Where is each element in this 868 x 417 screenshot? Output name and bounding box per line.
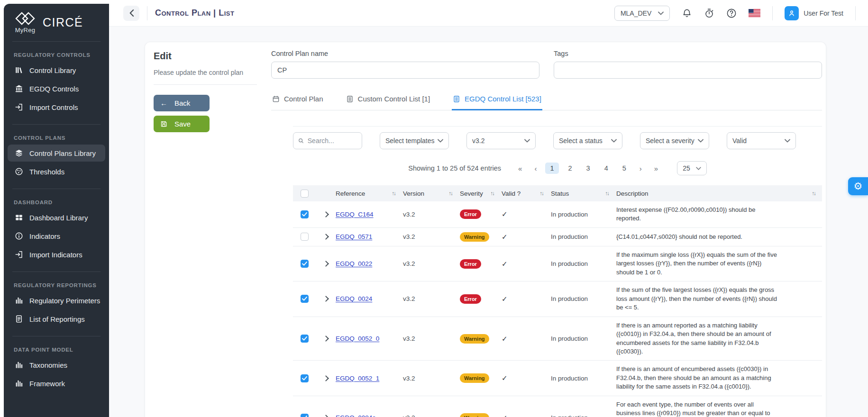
search-input[interactable] <box>308 137 357 145</box>
sidebar-item-import-indicators[interactable]: Import Indicators <box>8 246 105 263</box>
reference-link[interactable]: EGDQ_0024 <box>336 295 372 302</box>
tab-egdq-control-list-523[interactable]: EGDQ Control List [523] <box>452 93 542 110</box>
page-size-select[interactable]: 25 <box>677 161 707 175</box>
first-page-button[interactable]: « <box>514 163 526 174</box>
page-button-2[interactable]: 2 <box>564 163 577 174</box>
sort-icon[interactable]: ↑↓ <box>605 190 609 196</box>
tags-input[interactable] <box>554 62 822 79</box>
page-button-4[interactable]: 4 <box>600 163 613 174</box>
sort-icon[interactable]: ↑↓ <box>449 190 453 196</box>
select-all-checkbox[interactable] <box>301 190 309 198</box>
severity-badge: Error <box>460 294 481 304</box>
tab-control-plan[interactable]: Control Plan <box>271 93 324 110</box>
settings-gear-button[interactable]: ⚙ <box>848 177 868 195</box>
sidebar-item-regulatory-perimeters[interactable]: Regulatory Perimeters <box>8 292 105 309</box>
sidebar-section-label: DATA POINT MODEL <box>14 347 109 353</box>
sidebar-item-thresholds[interactable]: Thresholds <box>8 163 105 180</box>
page-button-5[interactable]: 5 <box>618 163 631 174</box>
sidebar-item-list-of-reportings[interactable]: List of Reportings <box>8 310 105 327</box>
row-checkbox[interactable] <box>301 295 309 303</box>
severity-select[interactable]: Select a severity <box>640 132 709 149</box>
tab-label: Custom Control List [1] <box>358 95 430 103</box>
row-checkbox[interactable] <box>301 374 309 382</box>
next-page-button[interactable]: › <box>636 163 646 174</box>
edit-card: Edit Please update the control plan ← Ba… <box>145 42 826 417</box>
reference-link[interactable]: EGDQ_0084a <box>336 414 376 417</box>
reference-link[interactable]: EGDQ_0052_1 <box>336 375 379 382</box>
expand-row-icon[interactable] <box>323 234 329 240</box>
valid-check-icon: ✓ <box>502 210 508 218</box>
topbar-right: MLA_DEV <box>614 6 856 21</box>
valid-check-icon: ✓ <box>502 295 508 303</box>
language-us-flag-icon[interactable] <box>749 9 760 17</box>
row-checkbox[interactable] <box>301 210 309 218</box>
reference-link[interactable]: EGDQ_0052_0 <box>336 335 379 342</box>
last-page-button[interactable]: » <box>650 163 662 174</box>
sort-icon[interactable]: ↑↓ <box>491 190 494 196</box>
status-cell: In production <box>551 295 616 302</box>
sidebar-section-label: DASHBOARD <box>14 199 109 205</box>
sidebar-item-framework[interactable]: Framework <box>8 375 105 392</box>
timer-stopwatch-icon[interactable] <box>704 8 714 18</box>
sidebar-item-dashboard-library[interactable]: Dashboard Library <box>8 209 105 226</box>
reference-link[interactable]: EGDQ_C164 <box>336 211 374 218</box>
chevron-down-icon <box>785 139 790 143</box>
notifications-bell-icon[interactable] <box>682 8 692 18</box>
previous-page-button[interactable]: ‹ <box>530 163 540 174</box>
environment-select[interactable]: MLA_DEV <box>614 6 670 21</box>
sidebar-item-control-library[interactable]: Control Library <box>8 62 105 79</box>
sidebar-item-taxonomies[interactable]: Taxonomies <box>8 356 105 373</box>
grid-icon <box>15 213 23 222</box>
sidebar-item-import-controls[interactable]: Import Controls <box>8 99 105 116</box>
tab-content: Select templates v3.2 Select a status <box>293 126 822 417</box>
column-header-description: Description↑↓ <box>616 190 822 197</box>
back-chevron-button[interactable] <box>123 6 139 21</box>
sort-icon[interactable]: ↑↓ <box>812 190 816 196</box>
import-icon <box>15 250 23 259</box>
save-button[interactable]: Save <box>154 116 210 132</box>
description-cell: {C14.01,c0447,s0020} should not be repor… <box>616 233 822 241</box>
expand-row-icon[interactable] <box>323 375 329 381</box>
version-select[interactable]: v3.2 <box>466 132 536 149</box>
row-checkbox[interactable] <box>301 260 309 268</box>
sidebar: MyReg CIRCÉ REGULATORY CONTROLSControl L… <box>4 4 109 417</box>
tags-field-group: Tags <box>554 50 822 79</box>
version-cell: v3.2 <box>403 295 460 302</box>
expand-row-icon[interactable] <box>323 211 329 218</box>
sidebar-item-control-plans-library[interactable]: Control Plans Library <box>8 145 105 162</box>
reference-link[interactable]: EGDQ_0571 <box>336 233 372 240</box>
user-menu[interactable]: User For Test <box>785 6 843 20</box>
row-checkbox[interactable] <box>301 335 309 343</box>
page-button-1[interactable]: 1 <box>545 163 558 174</box>
edit-title: Edit <box>154 51 257 62</box>
row-checkbox[interactable] <box>301 233 309 241</box>
page-button-3[interactable]: 3 <box>582 163 595 174</box>
myreg-logo-icon <box>14 11 36 26</box>
version-cell: v3.2 <box>403 233 460 240</box>
sort-icon[interactable]: ↑↓ <box>392 190 396 196</box>
search-box[interactable] <box>293 132 362 149</box>
app-root: MyReg CIRCÉ REGULATORY CONTROLSControl L… <box>0 0 868 417</box>
expand-row-icon[interactable] <box>323 415 329 417</box>
expand-row-icon[interactable] <box>323 296 329 302</box>
valid-select[interactable]: Valid <box>727 132 796 149</box>
expand-row-icon[interactable] <box>323 261 329 267</box>
sidebar-divider <box>12 336 101 336</box>
tab-custom-control-list-1[interactable]: Custom Control List [1] <box>345 93 431 110</box>
reference-link[interactable]: EGDQ_0022 <box>336 260 372 267</box>
help-icon[interactable] <box>726 8 737 18</box>
row-checkbox[interactable] <box>301 414 309 417</box>
status-select[interactable]: Select a status <box>553 132 622 149</box>
sidebar-item-egdq-controls[interactable]: EGDQ Controls <box>8 80 105 97</box>
expand-row-icon[interactable] <box>323 335 329 342</box>
templates-select[interactable]: Select templates <box>380 132 449 149</box>
valid-check-icon: ✓ <box>502 260 508 268</box>
control-plan-name-field-group: Control Plan name <box>271 50 539 79</box>
sidebar-item-label: Framework <box>29 380 65 388</box>
sidebar-item-label: Dashboard Library <box>29 214 88 222</box>
sidebar-item-label: Thresholds <box>29 168 64 176</box>
sidebar-item-indicators[interactable]: Indicators <box>8 227 105 245</box>
back-button[interactable]: ← Back <box>154 95 210 111</box>
sort-icon[interactable]: ↑↓ <box>540 190 544 196</box>
control-plan-name-input[interactable] <box>271 62 539 79</box>
